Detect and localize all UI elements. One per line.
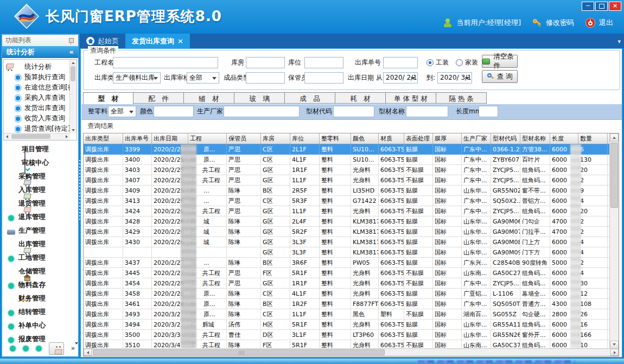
column-header[interactable]: 出库单号: [123, 133, 152, 144]
location-input[interactable]: [304, 57, 343, 68]
table-row[interactable]: G区3L3F整料KLM38176063-T5贴膜国标山东华...GA90M09.…: [84, 247, 609, 258]
scroll-down-button[interactable]: [610, 341, 619, 349]
material-tab[interactable]: 玻 璃: [234, 92, 285, 104]
tree-root[interactable]: 统计分析: [6, 62, 52, 72]
column-header[interactable]: 保管员: [227, 133, 261, 144]
column-header[interactable]: 整零料: [320, 133, 351, 144]
color-input[interactable]: [154, 106, 194, 117]
sidebar-item-项目管理[interactable]: 项目管理: [2, 142, 78, 156]
column-header[interactable]: 膜厚: [433, 133, 462, 144]
tree-item[interactable]: 在途信息查询[待: [15, 82, 69, 93]
module-dot-icon[interactable]: [10, 346, 16, 352]
table-row[interactable]: 调拨出库34002020/2/25华原...严思C区4L1F整料SU10...6…: [84, 155, 609, 165]
scroll-left-button[interactable]: [84, 349, 92, 356]
column-header[interactable]: 生产厂家: [462, 133, 491, 144]
grid-horizontal-scrollbar[interactable]: [84, 348, 619, 356]
change-password-link[interactable]: 修改密码: [546, 18, 574, 28]
audit-select[interactable]: 全部: [187, 72, 219, 84]
sidebar-group-header[interactable]: 统计分析 «: [2, 46, 78, 58]
column-header[interactable]: 数量: [578, 133, 608, 144]
scroll-thumb[interactable]: [610, 143, 618, 208]
product-type-input[interactable]: [246, 72, 285, 84]
table-row[interactable]: 调拨出库34072020/2/25工共工程严思G区1L1F整料光身料6063-T…: [84, 175, 609, 186]
module-dot-icon[interactable]: [23, 346, 29, 352]
grid-vertical-scrollbar[interactable]: [609, 133, 619, 349]
sidebar-item-财务管理[interactable]: 财务管理: [2, 291, 78, 305]
tab-close-icon[interactable]: ×: [177, 37, 183, 44]
column-header[interactable]: 库房: [261, 133, 290, 144]
column-header[interactable]: 长度: [550, 133, 578, 144]
tree-item[interactable]: 发货出库查询: [15, 103, 69, 113]
tree-item[interactable]: 预算执行查询: [15, 72, 69, 82]
table-row[interactable]: 调拨出库34452020/2/27工共工程严思F区5R1F整料光身料6063-T…: [84, 268, 609, 278]
sidebar-item-退货管理[interactable]: 退货管理: [2, 196, 78, 210]
column-header[interactable]: 型材名称: [520, 133, 550, 144]
scroll-down-icon[interactable]: [72, 129, 75, 131]
name-input[interactable]: [406, 106, 448, 117]
column-header[interactable]: 库位: [290, 133, 320, 144]
minimize-button[interactable]: ─: [582, 2, 594, 11]
date-from-picker[interactable]: 2020/ 2/16: [383, 72, 418, 84]
cart-module-button[interactable]: [49, 342, 64, 355]
material-tab[interactable]: 成 品: [285, 92, 335, 104]
sidebar-item-出库管理[interactable]: 出库管理: [2, 237, 78, 251]
table-row[interactable]: 调拨出库34132020/2/26南...严思C区5R3F整料G71422606…: [84, 196, 609, 206]
sidebar-item-补单中心[interactable]: 补单中心: [2, 318, 78, 332]
scroll-right-icon[interactable]: [66, 135, 68, 138]
table-row[interactable]: 调拨出库34942020/3/2石辉城汤伟H区5R1F整料光身料6063-T5贴…: [84, 320, 609, 330]
material-tab[interactable]: 型 材: [83, 92, 133, 104]
table-row[interactable]: 调拨出库34282020/2/26石城陈琳G区2L4F整料KLM38176063…: [84, 216, 609, 227]
scroll-thumb[interactable]: [93, 349, 385, 355]
logout-link[interactable]: 退出: [599, 18, 613, 28]
order-no-input[interactable]: [383, 57, 418, 68]
sidebar-item-结转管理[interactable]: 结转管理: [2, 305, 78, 318]
column-header[interactable]: 材质: [379, 133, 404, 144]
table-row[interactable]: 调拨出库34302020/2/26石城陈琳G区3L3F整料KLM38176063…: [84, 237, 609, 247]
column-header[interactable]: 出库日期: [152, 133, 188, 144]
sidebar-item-物料盘存[interactable]: 物料盘存: [2, 278, 78, 291]
table-row[interactable]: 调拨出库34292020/2/26石城陈琳G区5R2F整料KLM38176063…: [84, 227, 609, 237]
scroll-up-button[interactable]: [610, 133, 619, 142]
scroll-thumb[interactable]: [11, 134, 50, 139]
sidebar-item-采购管理[interactable]: 采购管理: [2, 169, 78, 183]
search-button[interactable]: 查 询: [482, 70, 518, 83]
column-header[interactable]: 出库类型: [84, 133, 123, 144]
warehouse-input[interactable]: [246, 57, 285, 68]
close-button[interactable]: ×: [609, 2, 621, 11]
material-tab[interactable]: 耗 材: [335, 92, 386, 104]
table-row[interactable]: 调拨出库35002020/3/3工共工程曹佳D区3L1F整料LT3P606063…: [84, 330, 609, 340]
sidebar-item-审核中心[interactable]: 审核中心: [2, 156, 78, 169]
table-row[interactable]: 调拨出库34612020/2/28华原...陈琳B区1R2F整料F8877FT6…: [84, 299, 609, 309]
table-row[interactable]: 调拨出库34242020/2/26工共工程严思G区1L1F整料光身料6063-T…: [84, 206, 609, 216]
table-row[interactable]: 调拨出库34372020/2/27佛...陈琳B区3R6F整料PW056063-…: [84, 258, 609, 268]
part-select[interactable]: 全部: [108, 106, 136, 117]
column-header[interactable]: 工程: [188, 133, 227, 144]
maker-input[interactable]: [224, 106, 300, 117]
date-to-picker[interactable]: 2020/ 3/16: [437, 72, 472, 84]
radio-jiazhuang[interactable]: 家装: [456, 57, 478, 68]
tab-outbound-query[interactable]: 发货出库查询 ×: [125, 34, 190, 48]
tree-item[interactable]: 采购入库查询: [15, 93, 69, 103]
sidebar-item-退库管理[interactable]: 退库管理: [2, 210, 78, 223]
radio-gongzhuang[interactable]: 工装: [426, 57, 449, 68]
table-row[interactable]: 调拨出库35102020/3/4工共工程陈琳F区5R1F整料光身料6063-T5…: [84, 340, 609, 349]
table-row[interactable]: 调拨出库34542020/2/28工共工程严思G区1R1F整料光身料6063-T…: [84, 278, 609, 289]
scroll-thumb[interactable]: [71, 66, 75, 81]
scroll-left-icon[interactable]: [6, 135, 8, 138]
column-header[interactable]: 表面处理: [404, 133, 433, 144]
material-tab[interactable]: 单 体 型 材: [386, 92, 436, 104]
table-row[interactable]: 调拨出库34932020/3/2华原...陈琳C区1L1F整料黑色塑料不贴膜国标…: [84, 309, 609, 320]
column-header[interactable]: 型材代码: [491, 133, 520, 144]
sidebar-item-仓储管理[interactable]: 仓储管理: [2, 264, 78, 278]
code-input[interactable]: [333, 106, 374, 117]
sidebar-item-入库管理[interactable]: 入库管理: [2, 183, 78, 196]
table-row[interactable]: 调拨出库33992020/2/25华原...严思C区2L1F整料SU10...6…: [84, 144, 609, 155]
material-tab[interactable]: 隔 热 条: [436, 92, 487, 104]
table-row[interactable]: 调拨出库34582020/2/28华原...陈琳C区4L1F整料光身料6063-…: [84, 289, 609, 299]
more-modules-button[interactable]: »: [71, 346, 78, 351]
module-dot-icon[interactable]: [36, 346, 42, 352]
project-name-input[interactable]: [113, 57, 218, 68]
keeper-input[interactable]: [304, 72, 343, 84]
tree-vertical-scrollbar[interactable]: [69, 60, 77, 133]
tree-horizontal-scrollbar[interactable]: [4, 133, 70, 140]
